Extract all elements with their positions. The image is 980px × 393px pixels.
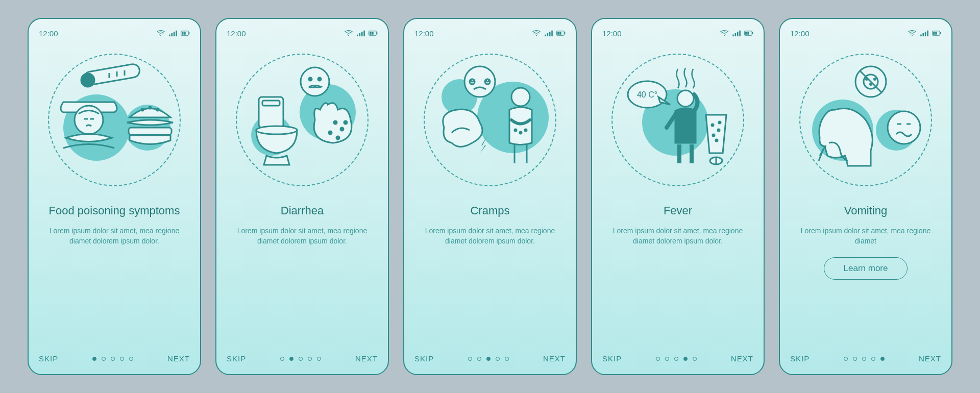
dot[interactable] [486,357,491,361]
svg-point-32 [318,78,321,81]
svg-rect-1 [169,35,170,37]
svg-point-72 [713,134,715,136]
svg-rect-8 [184,32,185,35]
battery-icon [744,30,753,37]
screen-title: Fever [607,204,748,218]
dot[interactable] [853,357,857,361]
learn-more-button[interactable]: Learn more [824,257,908,280]
next-button[interactable]: NEXT [731,354,753,363]
dot[interactable] [120,357,124,361]
svg-point-57 [724,35,725,36]
dot[interactable] [862,357,866,361]
svg-point-10 [81,73,94,87]
dot[interactable] [289,357,293,361]
page-dots [656,357,697,361]
next-button[interactable]: NEXT [543,354,566,363]
dot[interactable] [505,357,509,361]
status-icons [720,30,753,37]
screen-body: Lorem ipsum dolor sit amet, mea regione … [39,226,190,247]
dot[interactable] [299,357,303,361]
svg-point-41 [536,35,537,36]
svg-rect-4 [176,31,177,36]
svg-rect-84 [933,32,935,35]
svg-rect-23 [359,33,361,36]
svg-rect-44 [549,32,551,36]
screen-title: Vomiting [795,204,936,218]
dot[interactable] [477,357,481,361]
dot[interactable] [496,357,500,361]
screen-title: Food poisoning symptoms [44,204,185,218]
dot[interactable] [102,357,106,361]
svg-point-74 [716,139,718,141]
skip-button[interactable]: SKIP [414,354,434,363]
onboarding-nav: SKIP NEXT [790,354,941,363]
skip-button[interactable]: SKIP [227,354,246,363]
dot[interactable] [683,357,688,361]
svg-rect-27 [377,32,377,34]
svg-rect-79 [923,33,924,36]
svg-rect-58 [732,35,734,37]
onboarding-nav: SKIP NEXT [227,354,378,363]
dot[interactable] [92,357,96,361]
svg-point-36 [334,121,337,124]
svg-point-37 [340,128,344,131]
svg-point-30 [301,67,329,96]
svg-point-38 [329,131,332,134]
svg-point-19 [149,107,151,109]
svg-rect-17 [129,128,172,135]
dot[interactable] [317,357,321,361]
svg-rect-7 [182,32,183,35]
sick-person-icon [48,54,181,186]
svg-point-20 [157,109,159,111]
dot[interactable] [129,357,133,361]
page-dots [468,357,509,361]
wifi-icon [532,30,541,37]
next-button[interactable]: NEXT [919,354,941,363]
toilet-stomach-icon [236,54,369,186]
screen-title: Diarrhea [232,204,373,218]
status-bar: 12:00 [39,28,190,38]
onboarding-nav: SKIP NEXT [414,354,566,363]
battery-icon [556,30,566,37]
dot[interactable] [880,357,885,361]
onboarding-screen-3: 12:00 [403,18,577,375]
fever-icon: 40 C° [611,54,744,186]
svg-point-52 [514,129,517,131]
dot[interactable] [693,357,697,361]
svg-point-53 [520,132,522,134]
dot[interactable] [871,357,875,361]
svg-rect-49 [559,32,561,35]
skip-button[interactable]: SKIP [790,354,810,363]
dot[interactable] [656,357,660,361]
screen-body: Lorem ipsum dolor sit amet, mea regione … [414,226,566,247]
page-dots [280,357,321,361]
svg-rect-60 [737,32,739,36]
dot[interactable] [674,357,678,361]
wifi-icon [908,30,917,37]
next-button[interactable]: NEXT [355,354,378,363]
svg-point-35 [256,126,297,134]
dot[interactable] [280,357,284,361]
svg-point-67 [677,90,694,107]
wifi-icon [156,30,165,37]
dot[interactable] [665,357,669,361]
illustration-fever: 40 C° [611,54,744,186]
status-time: 12:00 [790,29,810,38]
status-time: 12:00 [414,29,434,38]
svg-rect-59 [735,33,737,36]
skip-button[interactable]: SKIP [602,354,622,363]
screen-title: Cramps [420,204,560,218]
next-button[interactable]: NEXT [167,354,190,363]
skip-button[interactable]: SKIP [39,354,58,363]
dot[interactable] [308,357,312,361]
dot[interactable] [468,357,472,361]
dot[interactable] [111,357,115,361]
signal-icon [168,30,178,37]
svg-point-40 [344,121,347,124]
signal-icon [544,30,553,37]
page-dots [92,357,133,361]
status-bar: 12:00 [227,28,378,38]
svg-rect-64 [745,32,747,35]
dot[interactable] [844,357,848,361]
status-time: 12:00 [39,29,58,38]
